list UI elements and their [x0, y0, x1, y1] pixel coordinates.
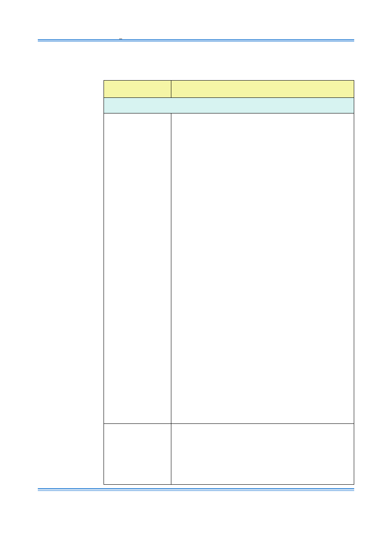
table-section-row — [104, 98, 354, 113]
table-row — [104, 113, 354, 424]
table-cell-item — [104, 113, 171, 424]
main-table-container — [104, 80, 354, 485]
top-rule-thin — [38, 41, 354, 42]
header-dash: – — [119, 35, 122, 42]
table-section-cell — [104, 98, 354, 113]
table-cell-item — [104, 424, 171, 485]
table-cell-description — [171, 424, 354, 485]
table-cell-description — [171, 113, 354, 424]
table-header-item — [104, 81, 171, 98]
table-header-row — [104, 81, 354, 98]
table-header-description — [171, 81, 354, 98]
top-rule-thick — [38, 39, 354, 40]
table-row — [104, 424, 354, 485]
main-table — [104, 80, 354, 485]
bottom-rule-thick — [38, 488, 354, 489]
document-page: – — [0, 0, 392, 555]
bottom-rule-thin — [38, 490, 354, 491]
